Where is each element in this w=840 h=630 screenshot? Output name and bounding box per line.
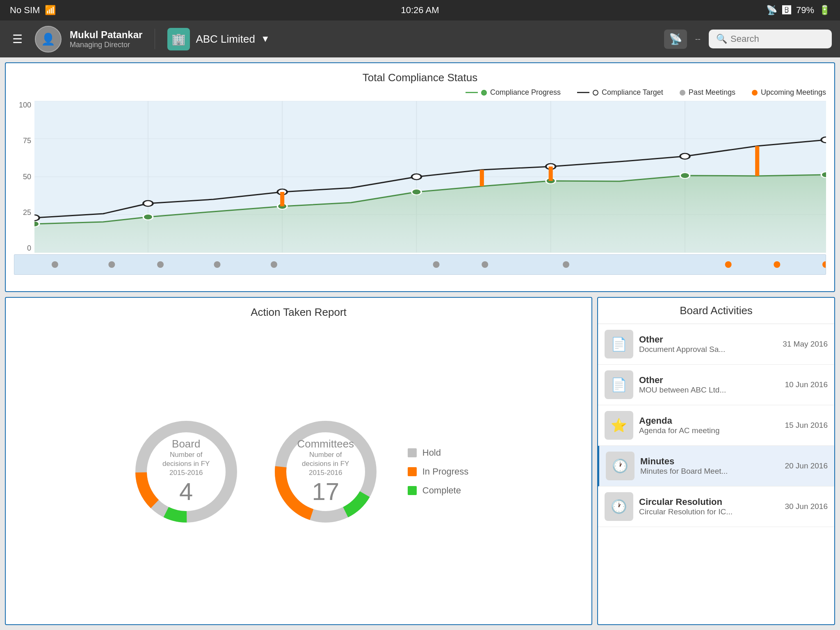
- activity-item-4[interactable]: 🕐 Circular Resolution Circular Resolutio…: [598, 486, 834, 527]
- broadcast-icon: 📡: [664, 30, 687, 49]
- user-avatar: 👤: [35, 26, 62, 52]
- company-section: 🏢 ABC Limited ▼: [167, 28, 655, 50]
- svg-point-45: [774, 261, 780, 268]
- committees-donut-label: Committees Number of decisions in FY 201…: [297, 437, 354, 505]
- activity-item-2[interactable]: ⭐ Agenda Agenda for AC meeting 15 Jun 20…: [598, 405, 834, 446]
- svg-point-20: [143, 201, 153, 206]
- y-label-0: 0: [27, 244, 31, 253]
- activity-type-1: Other: [639, 375, 779, 386]
- timeline-svg: [14, 254, 826, 275]
- svg-point-36: [52, 261, 58, 268]
- activity-type-0: Other: [639, 334, 777, 345]
- chart-area: 100 75 50 25 0: [14, 101, 826, 253]
- activity-content-4: Circular Resolution Circular Resolution …: [639, 497, 779, 516]
- battery-label: 79%: [796, 5, 814, 16]
- svg-point-25: [821, 137, 826, 143]
- legend-complete-label: Complete: [422, 485, 461, 496]
- legend-complete: Complete: [408, 485, 469, 496]
- activity-item-0[interactable]: 📄 Other Document Approval Sa... 31 May 2…: [598, 324, 834, 365]
- activity-date-3: 20 Jun 2016: [785, 461, 828, 470]
- legend-hold-icon: [408, 448, 417, 457]
- activity-desc-4: Circular Resolution for IC...: [639, 507, 779, 516]
- nav-right: 📡 -- 🔍: [664, 30, 832, 49]
- y-axis: 100 75 50 25 0: [14, 101, 34, 253]
- activity-date-4: 30 Jun 2016: [785, 502, 828, 511]
- svg-point-41: [433, 261, 440, 268]
- atr-legend: Hold In Progress Complete: [408, 447, 469, 496]
- svg-point-17: [680, 173, 689, 178]
- legend-in-progress-label: In Progress: [422, 466, 469, 477]
- activity-desc-2: Agenda for AC meeting: [639, 426, 779, 435]
- y-label-25: 25: [23, 208, 31, 217]
- nav-dash: --: [695, 34, 701, 44]
- svg-point-24: [680, 153, 689, 159]
- legend-orange-dot: [752, 90, 758, 96]
- search-icon: 🔍: [716, 34, 727, 44]
- svg-point-40: [271, 261, 277, 268]
- board-donut-label: Board Number of decisions in FY 2015-201…: [158, 437, 215, 505]
- search-box[interactable]: 🔍: [709, 30, 832, 48]
- activity-type-2: Agenda: [639, 415, 779, 426]
- company-dropdown-arrow[interactable]: ▼: [261, 34, 270, 44]
- activity-content-3: Minutes Minutes for Board Meet...: [640, 456, 779, 476]
- activity-desc-1: MOU between ABC Ltd...: [639, 386, 779, 395]
- activity-item-3[interactable]: 🕐 Minutes Minutes for Board Meet... 20 J…: [598, 446, 834, 486]
- svg-point-46: [822, 261, 826, 268]
- chart-legend: Compliance Progress Compliance Target Pa…: [14, 88, 826, 97]
- legend-green-dot: [481, 90, 487, 96]
- committees-donut-count: 17: [297, 477, 354, 506]
- user-info: Mukul Patankar Managing Director: [70, 29, 142, 49]
- bottom-section: Action Taken Report Board Number of dec: [5, 297, 835, 625]
- legend-compliance-target: Compliance Target: [577, 88, 663, 97]
- svg-point-18: [821, 172, 826, 178]
- legend-past-label: Past Meetings: [689, 88, 735, 97]
- chart-svg: Feb 2016 Mar 2016 Apr 2016 May 2016 Jun …: [34, 101, 826, 253]
- company-icon: 🏢: [167, 28, 190, 50]
- svg-point-37: [108, 261, 115, 268]
- committees-donut-subtitle: Number of decisions in FY 2015-2016: [297, 450, 354, 477]
- hamburger-menu[interactable]: ☰: [8, 28, 27, 50]
- committees-donut-wrapper: Committees Number of decisions in FY 201…: [268, 414, 383, 529]
- company-name: ABC Limited: [196, 33, 255, 46]
- legend-upcoming-label: Upcoming Meetings: [761, 88, 826, 97]
- search-input[interactable]: [730, 34, 824, 44]
- nav-divider: [155, 29, 155, 49]
- atr-title: Action Taken Report: [14, 306, 583, 319]
- legend-in-progress: In Progress: [408, 466, 469, 477]
- bluetooth-icon: 🅱: [782, 5, 791, 16]
- activity-item-1[interactable]: 📄 Other MOU between ABC Ltd... 10 Jun 20…: [598, 365, 834, 405]
- board-donut-title: Board: [158, 437, 215, 450]
- activity-icon-3: 🕐: [606, 452, 635, 480]
- status-right: 📡 🅱 79% 🔋: [766, 5, 830, 16]
- status-left: No SIM 📶: [10, 5, 56, 16]
- donut-section: Board Number of decisions in FY 2015-201…: [14, 327, 583, 616]
- activity-date-2: 15 Jun 2016: [785, 421, 828, 430]
- y-label-100: 100: [19, 101, 31, 110]
- legend-progress-label: Compliance Progress: [490, 88, 561, 97]
- main-content: Total Compliance Status Compliance Progr…: [0, 57, 840, 630]
- y-label-75: 75: [23, 137, 31, 145]
- legend-black-line: [577, 92, 589, 93]
- activity-desc-0: Document Approval Sa...: [639, 345, 777, 354]
- legend-upcoming-meetings: Upcoming Meetings: [752, 88, 826, 97]
- legend-black-dot: [593, 90, 598, 96]
- legend-complete-icon: [408, 486, 417, 495]
- legend-in-progress-icon: [408, 467, 417, 476]
- activity-date-1: 10 Jun 2016: [785, 380, 828, 389]
- svg-point-39: [214, 261, 221, 268]
- board-donut-wrapper: Board Number of decisions in FY 2015-201…: [129, 414, 244, 529]
- activity-content-1: Other MOU between ABC Ltd...: [639, 375, 779, 395]
- atr-panel: Action Taken Report Board Number of dec: [5, 297, 592, 625]
- activity-type-4: Circular Resolution: [639, 497, 779, 507]
- chart-inner: Feb 2016 Mar 2016 Apr 2016 May 2016 Jun …: [34, 101, 826, 253]
- committees-donut-title: Committees: [297, 437, 354, 450]
- status-time: 10:26 AM: [401, 5, 439, 16]
- svg-point-13: [143, 214, 153, 220]
- svg-point-38: [157, 261, 164, 268]
- legend-target-label: Compliance Target: [602, 88, 663, 97]
- carrier-label: No SIM: [10, 5, 40, 16]
- board-activities-title: Board Activities: [598, 298, 834, 324]
- svg-point-12: [34, 221, 39, 227]
- board-donut-subtitle: Number of decisions in FY 2015-2016: [158, 450, 215, 477]
- legend-hold: Hold: [408, 447, 469, 458]
